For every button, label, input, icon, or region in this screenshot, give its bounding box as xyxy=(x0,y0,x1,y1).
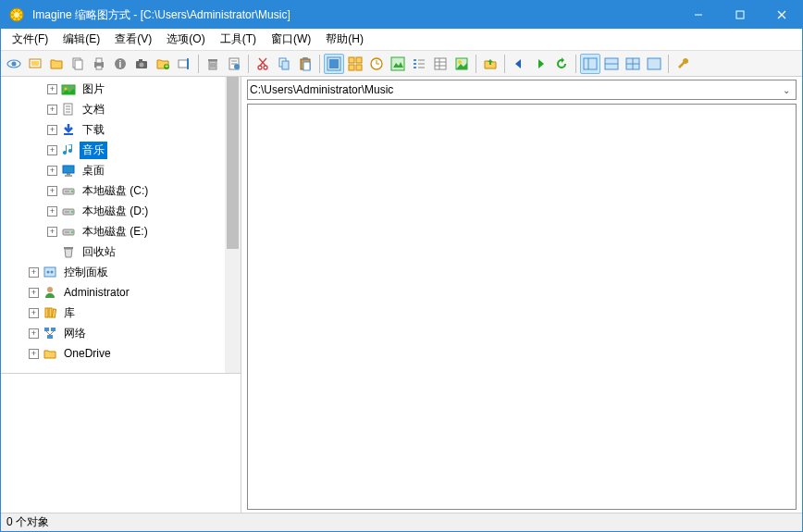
folder-docs-icon xyxy=(61,102,76,117)
menu-options[interactable]: 选项(O) xyxy=(159,29,212,50)
close-button[interactable] xyxy=(760,1,802,29)
tree-node-文档[interactable]: +文档 xyxy=(1,99,225,119)
toolbar-view3-button[interactable] xyxy=(623,54,643,74)
tree-scrollbar[interactable] xyxy=(225,77,241,373)
expand-icon[interactable]: + xyxy=(29,267,39,278)
tree-node-本地磁盘 (E:)[interactable]: +本地磁盘 (E:) xyxy=(1,221,225,241)
toolbar-list-button[interactable] xyxy=(409,54,429,74)
tree-node-本地磁盘 (D:)[interactable]: +本地磁盘 (D:) xyxy=(1,201,225,221)
tree-scroll-thumb[interactable] xyxy=(227,77,239,249)
toolbar-print-button[interactable] xyxy=(89,54,109,74)
expand-icon[interactable]: + xyxy=(47,186,57,196)
toolbar-new-folder-button[interactable]: + xyxy=(153,54,173,74)
path-input[interactable] xyxy=(250,83,779,96)
toolbar-details-button[interactable] xyxy=(430,54,451,74)
expand-icon[interactable]: + xyxy=(29,349,39,359)
toolbar-eye-button[interactable] xyxy=(4,54,24,74)
download-icon xyxy=(61,122,76,137)
tree-node-图片[interactable]: +图片 xyxy=(1,79,225,99)
list-icon xyxy=(412,56,426,71)
toolbar-wrench-button[interactable] xyxy=(673,54,693,74)
expand-icon[interactable]: + xyxy=(29,328,39,339)
expand-icon[interactable]: + xyxy=(47,145,57,155)
svg-point-36 xyxy=(234,64,240,69)
menu-view[interactable]: 查看(V) xyxy=(107,29,159,50)
toolbar: i+ xyxy=(1,51,802,77)
expand-icon[interactable]: + xyxy=(47,166,57,176)
toolbar-thumb-preview-button[interactable] xyxy=(388,54,408,74)
thumb-small-icon xyxy=(348,56,363,71)
expand-icon[interactable]: + xyxy=(47,227,57,237)
toolbar-copy-button[interactable] xyxy=(68,54,88,74)
toolbar-view4-button[interactable] xyxy=(644,54,664,74)
forward-icon xyxy=(533,56,548,71)
toolbar-open-button[interactable] xyxy=(46,54,67,74)
expand-icon[interactable]: + xyxy=(47,105,57,115)
tree-node-控制面板[interactable]: +控制面板 xyxy=(1,262,225,282)
toolbar-cut-button[interactable] xyxy=(253,54,273,74)
tree-node-桌面[interactable]: +桌面 xyxy=(1,160,225,180)
titlebar[interactable]: Imagine 缩略图方式 - [C:\Users\Administrator\… xyxy=(1,1,802,29)
tree-node-Administrator[interactable]: +Administrator xyxy=(1,282,225,303)
toolbar-paste-button[interactable] xyxy=(295,54,315,74)
toolbar-tile-button[interactable] xyxy=(451,54,472,74)
svg-line-110 xyxy=(50,331,54,335)
toolbar-back-button[interactable] xyxy=(509,54,529,74)
new-folder-icon: + xyxy=(155,56,170,71)
toolbar-view2-button[interactable] xyxy=(601,54,622,74)
menu-edit[interactable]: 编辑(E) xyxy=(56,29,107,50)
minimize-button[interactable] xyxy=(677,1,719,29)
toolbar-properties-button[interactable] xyxy=(224,54,244,74)
tree-node-库[interactable]: +库 xyxy=(1,303,225,323)
menu-help[interactable]: 帮助(H) xyxy=(318,29,371,50)
toolbar-camera-button[interactable] xyxy=(131,54,152,74)
toolbar-forward-button[interactable] xyxy=(530,54,550,74)
expand-icon[interactable]: + xyxy=(47,206,57,217)
controlpanel-icon xyxy=(43,265,57,279)
file-list-area[interactable] xyxy=(247,104,797,510)
slideshow-icon xyxy=(28,56,43,71)
tree-node-下载[interactable]: +下载 xyxy=(1,119,225,140)
onedrive-icon xyxy=(43,346,57,361)
expand-icon[interactable]: + xyxy=(47,84,57,94)
toolbar-up-button[interactable] xyxy=(480,54,500,74)
tree-node-本地磁盘 (C:)[interactable]: +本地磁盘 (C:) xyxy=(1,180,225,201)
tree-node-音乐[interactable]: +音乐 xyxy=(1,140,225,160)
properties-icon xyxy=(227,56,241,71)
tile-icon xyxy=(454,56,469,71)
path-dropdown-icon[interactable]: ⌄ xyxy=(779,85,794,95)
toolbar-refresh-button[interactable] xyxy=(551,54,572,74)
svg-point-37 xyxy=(258,66,262,69)
toolbar-rename-button[interactable] xyxy=(174,54,194,74)
expand-icon[interactable]: + xyxy=(47,125,57,135)
tree-node-回收站[interactable]: 回收站 xyxy=(1,241,225,262)
toolbar-copy2-button[interactable] xyxy=(274,54,294,74)
svg-rect-107 xyxy=(51,328,56,331)
menu-tools[interactable]: 工具(T) xyxy=(213,29,264,50)
toolbar-view1-button[interactable] xyxy=(580,54,600,74)
status-text: 0 个对象 xyxy=(6,514,49,530)
toolbar-delete-button[interactable] xyxy=(203,54,223,74)
tree-node-网络[interactable]: +网络 xyxy=(1,323,225,343)
toolbar-thumb-large-button[interactable] xyxy=(324,54,344,74)
delete-icon xyxy=(205,56,220,71)
folder-tree[interactable]: +图片+文档+下载+音乐+桌面+本地磁盘 (C:)+本地磁盘 (D:)+本地磁盘… xyxy=(1,77,225,373)
toolbar-clock-button[interactable] xyxy=(366,54,387,74)
expand-icon[interactable]: + xyxy=(29,288,39,298)
menu-window[interactable]: 窗口(W) xyxy=(264,29,318,50)
toolbar-info-button[interactable]: i xyxy=(110,54,130,74)
menu-file[interactable]: 文件(F) xyxy=(5,29,56,50)
paste-icon xyxy=(298,56,313,71)
expand-icon[interactable]: + xyxy=(29,308,39,318)
maximize-button[interactable] xyxy=(719,1,760,29)
svg-rect-55 xyxy=(391,57,404,70)
svg-text:i: i xyxy=(119,59,122,69)
path-bar[interactable]: ⌄ xyxy=(247,80,797,100)
svg-rect-103 xyxy=(45,308,48,317)
copy2-icon xyxy=(277,56,291,71)
wrench-icon xyxy=(675,56,690,71)
toolbar-thumb-small-button[interactable] xyxy=(345,54,365,74)
svg-line-39 xyxy=(260,58,266,66)
tree-node-OneDrive[interactable]: +OneDrive xyxy=(1,343,225,364)
toolbar-slideshow-button[interactable] xyxy=(25,54,45,74)
